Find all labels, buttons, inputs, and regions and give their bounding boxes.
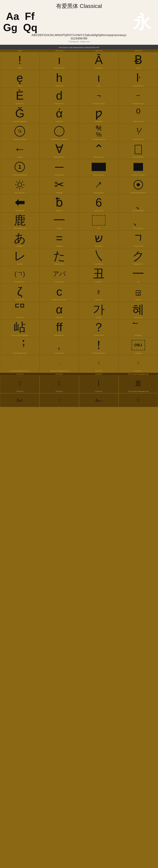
label-control-pictures: Control Pictures <box>133 156 144 158</box>
label-jamo-ext-b: Jamo Ext B <box>134 317 143 318</box>
label-jamo-ext-a: Jamo Ext A <box>16 317 24 318</box>
label-cjk-compat: CJK Compat <box>55 281 64 283</box>
glyph-super-zero: ⁰ <box>136 107 141 120</box>
column-labels-bar: ABCs Latin 1 Sup Latin Ext A Latin Ext B <box>0 50 158 52</box>
glyph-not-sign: ¬ <box>96 89 101 102</box>
cell-bottom-3: ð«¬ <box>79 393 118 407</box>
circle-icon <box>54 126 65 136</box>
glyph-cjk-ext-d: 𫝀 <box>18 377 21 390</box>
target-inner-icon <box>137 183 140 186</box>
cell-cjk: 一 CJK <box>118 266 158 284</box>
cell-geometric-shapes: Geometric Shapes <box>118 159 158 177</box>
col-label-1: ABCs <box>0 50 40 52</box>
main-grid: ! IPA Ext ı Modifier Letters Ā Diacritic… <box>0 52 158 373</box>
cell-enclosed-alphanums: 1 Enclosed Alphanums <box>0 159 40 177</box>
glyph-ff-ligature: ff <box>56 321 63 334</box>
cell-latin-ext-additional: Ğ Latin Ext Additional <box>0 105 40 123</box>
cell-cjk-symbols: 、 CJK Symbols <box>118 212 158 230</box>
glyph-specials: OBJ <box>131 339 145 351</box>
glyph-hangul-ga: 가 <box>93 303 105 316</box>
label-cyrillic-sup: Cyrillic Sup <box>55 85 63 87</box>
cell-latin-ext-c: ƀ Latin Ext C <box>40 195 79 212</box>
bottom-col-label-2: CJK Ext E <box>40 373 79 375</box>
glyph-idc <box>92 214 106 226</box>
label-diacriticals-sup: Diacriticals Sup <box>133 103 144 105</box>
label-sup-punctuation: Sup Punctuation <box>132 210 144 212</box>
glyph-zeta: ζ <box>17 285 22 298</box>
glyph-cjk-stroke: ㇏ <box>93 249 105 262</box>
label-idc: IDC <box>97 227 100 229</box>
cell-diacriticals-ext: ŀ Diacriticals Ext <box>118 70 158 88</box>
cell-cjk-compat-forms: ︔ CJK Compat Forms <box>0 337 40 355</box>
bottom-grid-row1: 𫝀 CJK Ext D 𫠝 CJK Ext E 丨 CJK Ext F 豈 CJ… <box>0 375 158 393</box>
cell-half-marks: ⃐ Half Marks <box>118 319 158 337</box>
cell-armo: ι Armo <box>79 70 118 88</box>
cell-bottom-4: 𬹐𮠞 <box>118 393 158 407</box>
cell-phonetic-ext-sup: ¬ Phonetic Ext Sup <box>79 88 118 105</box>
cell-enclosed-ideographs-sup: ， Enclosed Ideographs Sup <box>40 355 79 373</box>
label-katakana: Katakana <box>56 245 63 247</box>
cell-control-pictures: ⎕ Control Pictures <box>118 141 158 159</box>
glyph-kayah: ꤁ <box>135 285 142 298</box>
label-cjk: CJK <box>137 281 140 283</box>
col-label-4: Latin Ext B <box>118 50 158 52</box>
label-hiragana: Hiragana <box>16 245 23 247</box>
cell-diacriticals: Ā Diacriticals <box>79 52 118 70</box>
label-modifier-tone: Modifier Tone Letters <box>52 299 67 301</box>
label-block-elements: Block Elements <box>93 174 104 176</box>
cell-modifier-letters: ı Modifier Letters <box>40 52 79 70</box>
label-cjk-ext-b: CJK Ext B <box>95 370 102 372</box>
sun-icon <box>14 180 25 190</box>
label-half-full-forms: Half And Full Forms <box>92 352 106 354</box>
svg-line-8 <box>16 187 17 188</box>
geometric-rect-icon <box>133 163 143 171</box>
cell-bopomofo: ש Bopomofo <box>79 230 118 248</box>
glyph-full-exclaim: ！ <box>93 339 105 351</box>
label-diacriticals: Diacriticals <box>95 67 103 69</box>
cell-misc-symbols: Misc Symbols <box>0 177 40 195</box>
glyph-ku: ク <box>132 249 144 262</box>
cell-cyrillic-sup: h Cyrillic Sup <box>40 70 79 88</box>
label-small-forms: Small Forms <box>55 352 64 354</box>
cell-ipa-ext: ! IPA Ext <box>0 52 40 70</box>
cell-small-forms: ﹐ Small Forms <box>40 337 79 355</box>
bottom-col-label-3: CJK Ext F <box>79 373 118 375</box>
glyph-wynn: ƿ <box>95 107 103 120</box>
glyph-kiyeok: ᆨ <box>132 231 144 244</box>
glyph-re: レ <box>14 249 26 262</box>
cell-specials: OBJ Specials <box>118 337 158 355</box>
glyph-cjk-one: 一 <box>132 267 144 280</box>
glyph-cjk-ext-a: 丑 <box>93 267 105 280</box>
glyph-box-drawing: ─ <box>55 160 64 173</box>
label-super-and-sub: Super And Sub <box>133 121 144 123</box>
glyph-cjk-radicals: ⿅ <box>14 214 26 226</box>
cell-sup-punctuation: ˎ Sup Punctuation <box>118 195 158 212</box>
glyph-scissors: ✂ <box>54 178 64 191</box>
label-modifier-letters: Modifier Letters <box>54 67 65 69</box>
glyph-up-caret: ⌃ <box>94 143 104 155</box>
glyph-geometric <box>133 160 143 173</box>
label-misc-technical: Misc Technical <box>93 156 104 158</box>
font-source-bar: Font Source: http://www.fontke.com/font/… <box>0 45 158 50</box>
label-enclosed-alphanums-sup: Enclosed Alphanums Sup <box>11 370 29 372</box>
label-dingbats: Dingbats <box>56 192 63 194</box>
glyph-alpha: α <box>56 303 63 316</box>
cell-half-full-forms: ！ Half And Full Forms <box>79 337 118 355</box>
label-cyrillic-ext-b: Cyrillic Ext B <box>15 299 24 301</box>
glyph-compat-semicolon: ︔ <box>14 339 26 351</box>
cell-compat-jamo: ᆨ Compat Jamo <box>118 230 158 248</box>
cell-sup-arrows-b: ↑ Sup Arrows B <box>79 177 118 195</box>
label-cjk-ext-d-bottom: CJK Ext D <box>16 391 24 393</box>
cell-currency-symbols: ₠ Currency Symbols <box>0 123 40 141</box>
cell-number-forms: ⅟ Number Forms <box>118 123 158 141</box>
cell-cjk-ext-c: 𪜶 CJK Ext C <box>118 355 158 373</box>
label-number-forms: Number Forms <box>133 138 144 141</box>
glyph-shin: ש <box>94 231 103 244</box>
label-katakana-ext: Katakana Ext <box>133 263 143 265</box>
cell-kangxi: ⼀ Kangxi <box>40 212 79 230</box>
font-source-text: Font Source: http://www.fontke.com/font/… <box>59 46 100 49</box>
label-currency-symbols: Currency Symbols <box>13 138 26 141</box>
glyph-a-macron: Ā <box>95 54 103 66</box>
label-cjk-ext-e-bottom: CJK Ext E <box>56 391 63 393</box>
label-greek-ext: Greek Ext <box>56 121 63 123</box>
